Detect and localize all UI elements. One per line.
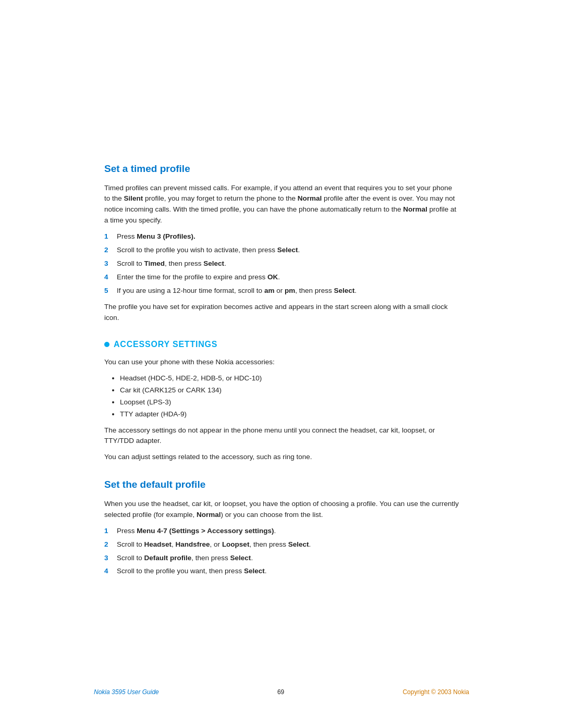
default-profile-intro: When you use the headset, car kit, or lo… [104,499,459,521]
footer: Nokia 3595 User Guide 69 Copyright © 200… [0,687,563,697]
page: Set a timed profile Timed profiles can p… [0,0,563,728]
default-profile-heading: Set the default profile [104,477,459,492]
accessory-intro: You can use your phone with these Nokia … [104,357,459,368]
accessory-note-1: The accessory settings do not appear in … [104,425,459,447]
timed-profile-intro: Timed profiles can prevent missed calls.… [104,183,459,227]
default-profile-step-3: 3 Scroll to Default profile, then press … [104,553,459,564]
timed-profile-section: Set a timed profile Timed profiles can p… [104,162,459,324]
timed-profile-step-5: 5 If you are using a 12-hour time format… [104,286,459,297]
footer-left: Nokia 3595 User Guide [94,687,159,697]
accessories-list: Headset (HDC-5, HDE-2, HDB-5, or HDC-10)… [120,373,459,420]
content-area: Set a timed profile Timed profiles can p… [94,0,469,633]
timed-profile-step-3: 3 Scroll to Timed, then press Select. [104,258,459,269]
default-profile-step-2: 2 Scroll to Headset, Handsfree, or Loops… [104,539,459,550]
timed-profile-step-1: 1 Press Menu 3 (Profiles). [104,231,459,242]
timed-profile-outro: The profile you have set for expiration … [104,302,459,324]
accessory-item-2: Car kit (CARK125 or CARK 134) [120,385,459,396]
default-profile-section: Set the default profile When you use the… [104,477,459,577]
timed-profile-step-2: 2 Scroll to the profile you wish to acti… [104,245,459,256]
accessory-item-1: Headset (HDC-5, HDE-2, HDB-5, or HDC-10) [120,373,459,384]
accessory-settings-section: ACCESSORY SETTINGS You can use your phon… [104,338,459,463]
default-profile-step-4: 4 Scroll to the profile you want, then p… [104,566,459,577]
bullet-dot-icon [104,342,109,347]
default-profile-steps: 1 Press Menu 4-7 (Settings > Accessory s… [104,526,459,577]
timed-profile-steps: 1 Press Menu 3 (Profiles). 2 Scroll to t… [104,231,459,297]
accessory-note-2: You can adjust settings related to the a… [104,452,459,463]
default-profile-step-1: 1 Press Menu 4-7 (Settings > Accessory s… [104,526,459,537]
footer-right: Copyright © 2003 Nokia [402,687,469,697]
accessory-item-3: Loopset (LPS-3) [120,397,459,408]
accessory-settings-heading: ACCESSORY SETTINGS [104,338,459,351]
footer-center: 69 [277,687,284,697]
timed-profile-step-4: 4 Enter the time for the profile to expi… [104,272,459,283]
accessory-item-4: TTY adapter (HDA-9) [120,409,459,419]
timed-profile-heading: Set a timed profile [104,162,459,177]
